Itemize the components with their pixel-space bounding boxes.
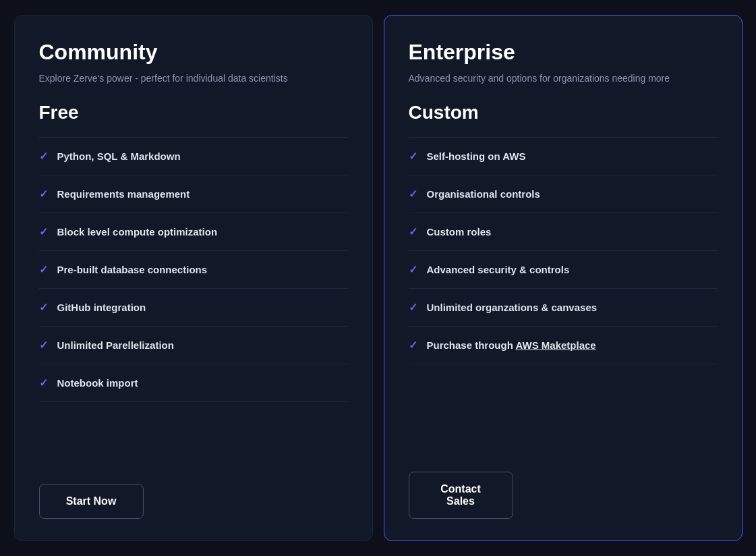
- check-icon: ✓: [409, 188, 417, 200]
- enterprise-title: Enterprise: [409, 40, 718, 65]
- check-icon: ✓: [39, 339, 48, 352]
- community-features-list: ✓ Python, SQL & Markdown ✓ Requirements …: [39, 138, 348, 462]
- feature-text: Python, SQL & Markdown: [57, 150, 181, 162]
- feature-text: Self-hosting on AWS: [427, 150, 526, 162]
- check-icon: ✓: [39, 188, 48, 200]
- feature-text: Purchase through AWS Maketplace: [427, 339, 596, 351]
- feature-text: Advanced security & controls: [427, 264, 570, 275]
- check-icon: ✓: [39, 377, 48, 389]
- list-item: ✓ Unlimited Parellelization: [39, 327, 348, 364]
- list-item: ✓ Block level compute optimization: [39, 213, 348, 251]
- list-item: ✓ Organisational controls: [409, 175, 718, 213]
- check-icon: ✓: [39, 263, 48, 276]
- list-item: ✓ Custom roles: [409, 213, 718, 251]
- pricing-container: Community Explore Zerve's power - perfec…: [14, 15, 743, 541]
- list-item: ✓ Purchase through AWS Maketplace: [409, 327, 718, 364]
- community-title: Community: [39, 40, 348, 65]
- list-item: ✓ Python, SQL & Markdown: [39, 138, 348, 175]
- list-item: ✓ Pre-built database connections: [39, 251, 348, 289]
- list-item: ✓ Self-hosting on AWS: [409, 138, 718, 175]
- feature-text: Unlimited organzations & canvases: [427, 302, 598, 313]
- enterprise-card: Enterprise Advanced security and options…: [384, 15, 743, 541]
- feature-text: Custom roles: [427, 226, 492, 238]
- community-price: Free: [39, 102, 348, 123]
- check-icon: ✓: [39, 301, 48, 314]
- community-subtitle: Explore Zerve's power - perfect for indi…: [39, 72, 348, 86]
- feature-text: Organisational controls: [427, 188, 540, 200]
- feature-text: Notebook import: [57, 377, 138, 389]
- contact-sales-button[interactable]: Contact Sales: [409, 472, 513, 519]
- list-item: ✓ Requirements management: [39, 175, 348, 213]
- check-icon: ✓: [409, 263, 417, 276]
- feature-text: Requirements management: [57, 188, 190, 200]
- check-icon: ✓: [39, 150, 48, 163]
- check-icon: ✓: [409, 150, 417, 163]
- enterprise-price: Custom: [409, 102, 718, 123]
- list-item: ✓ Unlimited organzations & canvases: [409, 289, 718, 327]
- feature-text: GitHub integration: [57, 302, 146, 313]
- list-item: ✓ GitHub integration: [39, 289, 348, 327]
- list-item: ✓ Advanced security & controls: [409, 251, 718, 289]
- aws-marketplace-link[interactable]: AWS Maketplace: [515, 339, 595, 351]
- enterprise-features-list: ✓ Self-hosting on AWS ✓ Organisational c…: [409, 138, 718, 450]
- check-icon: ✓: [409, 225, 417, 238]
- feature-text: Unlimited Parellelization: [57, 339, 174, 351]
- feature-text: Block level compute optimization: [57, 226, 218, 238]
- enterprise-subtitle: Advanced security and options for organi…: [409, 72, 718, 86]
- check-icon: ✓: [409, 339, 417, 352]
- check-icon: ✓: [39, 225, 48, 238]
- feature-text: Pre-built database connections: [57, 264, 208, 275]
- community-card: Community Explore Zerve's power - perfec…: [14, 15, 373, 541]
- check-icon: ✓: [409, 301, 417, 314]
- list-item: ✓ Notebook import: [39, 364, 348, 402]
- start-now-button[interactable]: Start Now: [39, 484, 144, 519]
